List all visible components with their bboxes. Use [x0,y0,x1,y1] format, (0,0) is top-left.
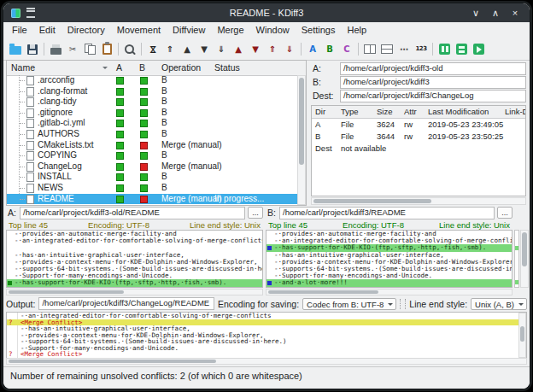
line-end-combo[interactable]: Unix (A, B) [471,298,527,310]
encoding-combo[interactable]: Codec from B: UTF-8 [302,298,396,310]
table-row[interactable]: Destnot available [312,143,525,155]
paste-button[interactable] [98,41,115,58]
pane-a-browse-button[interactable]: ... [248,207,263,219]
menu-window[interactable]: Window [250,22,296,38]
column-b[interactable]: B [139,62,145,73]
go-to-first-delta-button[interactable]: ⇑ [161,41,179,58]
a-path-field[interactable]: /home/carl/project/kdiff3-old [340,62,526,75]
print-button[interactable] [47,41,64,58]
dir-row-NEWS[interactable]: NEWSB [7,183,297,194]
select-line-b-button[interactable]: B [321,41,338,58]
go-to-next-unsolved-conflict-button[interactable]: ⇓ [281,41,298,58]
dir-row-CMakeLists.txt[interactable]: CMakeLists.txtMerge (manual) [7,140,297,151]
menu-movement[interactable]: Movement [111,22,167,38]
dest-path-field[interactable]: /home/carl/project/kdiff3/ChangeLog [340,90,526,102]
status-square-a [116,184,124,192]
save-button[interactable] [24,41,41,58]
menu-diffview[interactable]: Diffview [167,22,211,38]
directory-list-vscrollbar[interactable] [297,75,306,205]
change-split-orientation-button[interactable] [378,41,395,58]
splitter-handle[interactable] [400,299,406,309]
application-menu-icon[interactable] [26,8,35,18]
pane-b-text-area[interactable]: -·provides·an·automatic·merge·facility·a… [266,230,512,288]
pane-a-encoding: Encoding: UTF-8 [88,220,149,229]
go-to-previous-delta-button[interactable]: ▲ [179,41,196,58]
menu-edit[interactable]: Edit [33,22,62,38]
overview-mark [515,280,518,284]
dir-row-COPYING[interactable]: COPYINGB [7,150,297,161]
paste-icon [102,44,112,55]
column-operation[interactable]: Operation [161,62,201,73]
show-whitespace-characters-button[interactable]: ⋯ [395,41,413,58]
scrollbar-thumb[interactable] [313,199,431,203]
diff-overview-column[interactable] [514,230,519,288]
info-panel-hscrollbar[interactable] [311,197,526,205]
merge-current-file-button[interactable] [436,41,453,58]
pane-b-browse-button[interactable]: ... [497,207,512,219]
scrollbar-thumb[interactable] [520,326,524,342]
pane-b-hscrollbar[interactable] [266,289,512,295]
split-view-button[interactable] [361,41,378,58]
go-to-current-delta-button[interactable]: ⋈ [144,41,161,58]
directory-list-header[interactable]: Name A B Operation Status [7,61,306,76]
column-status[interactable]: Status [214,62,240,73]
pane-a-hscrollbar[interactable] [6,289,263,295]
dir-row-INSTALL[interactable]: INSTALLB [7,172,297,183]
scrollbar-thumb[interactable] [299,78,304,165]
scrollbar-thumb[interactable] [9,290,124,294]
output-vscrollbar[interactable] [518,313,526,358]
scrollbar-thumb[interactable] [9,360,216,363]
dir-row-.arcconfig[interactable]: .arcconfigB [7,75,297,86]
pane-a-path-field[interactable]: /home/carl/project/kdiff3-old/README [20,207,245,219]
select-line-a-button[interactable]: A [304,41,321,58]
diff-vscrollbar[interactable] [520,230,529,288]
minimize-button[interactable]: ∨ [470,4,482,21]
run-operation-for-current-item-button[interactable] [453,41,470,58]
menu-settings[interactable]: Settings [296,22,342,38]
cut-button[interactable]: ✂ [64,41,81,58]
menu-merge[interactable]: Merge [211,22,249,38]
table-row[interactable]: BFile3644rw2019-05-23 23:50:25 [312,131,525,143]
pane-b-label: B: [267,208,276,218]
merge-output-editor[interactable]: -·an·integrated·editor·for·comfortable·s… [6,312,527,359]
code-text: -·an·integrated·editor·for·comfortable·s… [15,237,263,244]
find-button[interactable] [121,41,138,58]
pane-b-path-field[interactable]: /home/carl/project/kdiff3/README [279,207,495,219]
copy-button[interactable] [81,41,98,58]
dir-row-.clang-format[interactable]: .clang-formatB [7,86,297,97]
a-label: A: [313,63,321,73]
column-a[interactable]: A [116,62,122,73]
output-hscrollbar[interactable] [6,358,527,365]
titlebar[interactable]: README - KDiff3 ∨ ∧ × [3,3,530,22]
column-name[interactable]: Name [11,62,35,73]
dir-row-README[interactable]: READMEMerge (manual)In progress... [7,194,297,204]
go-to-next-conflict-button[interactable]: ▼ [247,41,264,58]
dir-row-.gitlab-ci.yml[interactable]: .gitlab-ci.ymlB [7,118,297,129]
dir-row-ChangeLog[interactable]: ChangeLogMerge (manual) [7,161,297,173]
dir-row-.gitignore[interactable]: .gitignoreB [7,108,297,119]
file-icon [26,173,34,182]
menu-directory[interactable]: Directory [62,22,111,38]
table-row[interactable]: AFile3624rw2019-05-23 23:49:05 [312,119,525,131]
scrollbar-thumb[interactable] [268,290,378,294]
close-button[interactable]: × [509,4,521,21]
go-to-next-delta-button[interactable]: ▼ [196,41,213,58]
output-line: -·Support·for·many·encodings·and·Unicode… [7,345,526,352]
menu-file[interactable]: File [6,22,33,38]
pane-a-text-area[interactable]: -·provides·an·automatic·merge·facility·a… [6,230,263,288]
dir-row-.clang-tidy[interactable]: .clang-tidyB [7,97,297,108]
table-cell: 2019-05-23 23:49:05 [428,120,503,129]
output-path-field[interactable]: /home/carl/project/kdiff3/ChangeLog/READ… [38,297,214,310]
run-operation-for-all-items-button[interactable] [470,41,487,58]
scrollbar-thumb[interactable] [522,232,527,266]
go-to-previous-unsolved-conflict-button[interactable]: ⇑ [264,41,281,58]
show-line-numbers-button[interactable]: 123 [413,41,430,58]
maximize-button[interactable]: ∧ [489,4,501,21]
go-to-last-delta-button[interactable]: ⇓ [213,41,230,58]
go-to-previous-conflict-button[interactable]: ▲ [230,41,247,58]
open-button[interactable] [7,41,24,58]
menu-help[interactable]: Help [341,22,372,38]
select-line-c-button[interactable]: C [338,41,355,58]
b-path-field[interactable]: /home/carl/project/kdiff3 [340,76,526,89]
dir-row-AUTHORS[interactable]: AUTHORSB [7,129,297,140]
